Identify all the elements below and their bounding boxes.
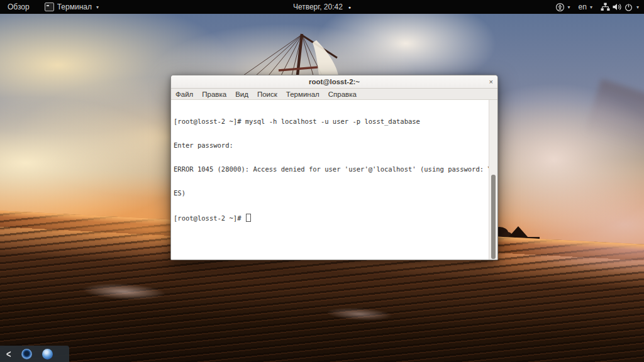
terminal-scrollbar[interactable] [489,100,497,260]
menu-view[interactable]: Вид [231,89,253,99]
accessibility-icon [555,3,565,12]
gnome-top-bar: Обзор Терминал ▾ Четверг, 20:42 ● ▾ en ▾ [0,0,644,14]
system-status-menu[interactable]: ▾ [601,3,639,12]
terminal-icon [45,3,54,11]
accessibility-menu[interactable]: ▾ [555,3,570,12]
menu-terminal[interactable]: Терминал [282,89,324,99]
notification-dot: ● [348,5,351,9]
chevron-down-icon: ▾ [636,4,639,10]
terminal-window: root@losst-2:~ × Файл Правка Вид Поиск Т… [170,75,498,260]
window-titlebar[interactable]: root@losst-2:~ × [171,75,497,89]
menu-edit[interactable]: Правка [197,89,231,99]
ship-mast-graphic [242,15,387,75]
activities-button[interactable]: Обзор [5,0,32,14]
volume-icon [612,3,622,11]
terminal-prompt-line: [root@losst-2 ~]# [174,214,489,222]
terminal-line: [root@losst-2 ~]# [174,214,245,222]
app-menu-label: Терминал [57,3,92,11]
app-sphere-icon[interactable] [42,349,53,359]
terminal-line: ERROR 1045 (28000): Access denied for us… [174,165,489,173]
chevron-down-icon: ▾ [590,4,592,10]
message-tray: < [0,346,69,362]
close-button[interactable]: × [489,75,493,88]
terminal-area: [root@losst-2 ~]# mysql -h localhost -u … [171,100,497,260]
clock-button[interactable]: Четверг, 20:42 ● [291,0,353,14]
terminal-line: Enter password: [174,141,489,150]
activities-label: Обзор [8,3,30,11]
menu-search[interactable]: Поиск [253,89,282,99]
keyboard-layout-menu[interactable]: en ▾ [579,3,592,11]
terminal-line: [root@losst-2 ~]# mysql -h localhost -u … [174,118,489,126]
menu-help[interactable]: Справка [324,89,361,99]
menu-file[interactable]: Файл [171,89,197,99]
globe-icon[interactable] [21,349,32,359]
chevron-down-icon: ▾ [96,4,99,10]
terminal-line: ES) [174,189,489,197]
app-menu-button[interactable]: Терминал ▾ [42,0,101,14]
terminal-cursor [246,214,251,222]
wired-network-icon [601,3,610,11]
keyboard-layout-label: en [579,3,587,11]
scrollbar-thumb[interactable] [491,175,496,259]
chevron-down-icon: ▾ [568,4,570,10]
terminal-screen[interactable]: [root@losst-2 ~]# mysql -h localhost -u … [171,100,489,260]
window-title: root@losst-2:~ [171,78,497,85]
clock-label: Четверг, 20:42 [293,3,343,11]
power-icon [624,3,633,12]
tray-collapse-chevron[interactable]: < [6,348,11,360]
terminal-menubar: Файл Правка Вид Поиск Терминал Справка [171,89,497,100]
